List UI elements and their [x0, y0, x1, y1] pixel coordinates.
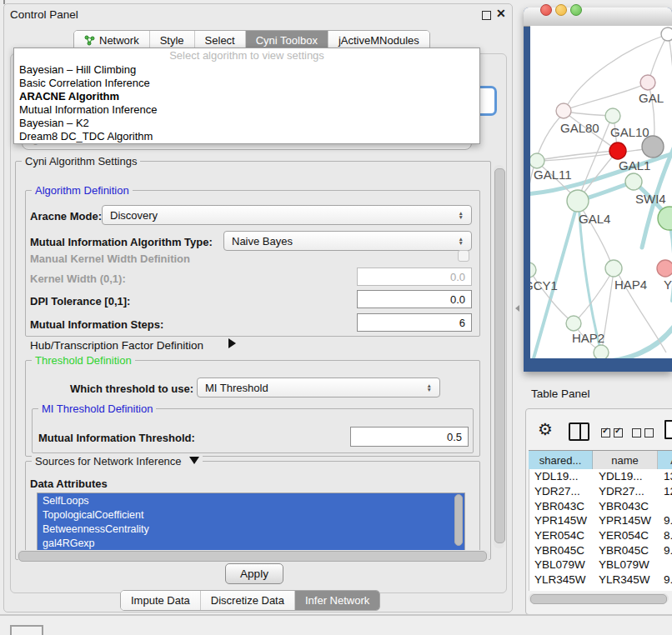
aracne-mode-value: Discovery — [110, 209, 158, 222]
split-view-icon[interactable] — [569, 422, 589, 441]
settings-scrollbar-thumb[interactable] — [494, 168, 505, 543]
table-row[interactable]: YPR145WYPR145W9. — [529, 513, 672, 528]
table-cell: YLR345W — [529, 572, 594, 588]
table-header-row: shared...nameA — [529, 450, 672, 471]
settings-hscrollbar-thumb[interactable] — [18, 551, 487, 562]
manual-kernel-label: Manual Kernel Width Definition — [30, 252, 190, 265]
node-gal11[interactable] — [530, 153, 544, 168]
node-gcy1[interactable] — [530, 262, 536, 278]
table-hscrollbar-thumb[interactable] — [530, 594, 667, 604]
mi-steps-field[interactable]: 6 — [357, 313, 472, 332]
close-traffic-light-icon[interactable] — [540, 4, 552, 16]
node-gal80[interactable] — [556, 103, 571, 118]
apply-button[interactable]: Apply — [225, 563, 283, 584]
table-cell: YBR045C — [594, 542, 659, 558]
table-cell: YDR27... — [529, 484, 594, 499]
tab-discretize-data[interactable]: Discretize Data — [200, 591, 294, 610]
attribute-item-betweennesscentrality[interactable]: BetweennessCentrality — [38, 522, 464, 536]
table-row[interactable]: YBL079WYBL079W — [529, 558, 672, 572]
file-icon[interactable] — [664, 420, 672, 439]
gear-icon[interactable]: ⚙ — [538, 419, 553, 439]
cyni-bottom-tabbar: Impute DataDiscretize DataInfer Network — [120, 590, 380, 611]
tab-label: Discretize Data — [211, 594, 284, 607]
splitpane-collapse-icon[interactable] — [515, 305, 519, 312]
table-cell: YBR043C — [529, 498, 594, 513]
table-row[interactable]: YBR045CYBR045C9. — [529, 542, 672, 558]
node-hap2[interactable] — [566, 316, 581, 331]
algorithm-definition-title: Algorithm Definition — [32, 184, 133, 197]
table-cell: 12 — [659, 484, 672, 499]
algorithm-option-bayesian-hill-climbing[interactable]: Bayesian – Hill Climbing — [14, 62, 479, 76]
table-cell: YBR043C — [594, 498, 659, 513]
column-header-shared[interactable]: shared... — [529, 451, 593, 470]
node-gal4[interactable] — [567, 190, 589, 212]
table-cell: 9. — [659, 513, 672, 528]
hide-columns-icon[interactable] — [632, 426, 657, 441]
network-canvas[interactable]: GALGAL80GAL10GAL1GAL11SWI4GAL4GCY1HAP4YH… — [530, 26, 672, 358]
table-cell: YDR27... — [594, 484, 659, 499]
table-row[interactable]: YDL19...YDL19...13 — [529, 469, 672, 484]
mi-type-combo[interactable]: Naive Bayes ▲▼ — [223, 231, 472, 251]
node-gal10[interactable] — [605, 108, 620, 123]
node-y[interactable] — [657, 260, 672, 277]
attribute-item-gal4rgexp[interactable]: gal4RGexp — [38, 536, 464, 550]
mi-threshold-field[interactable]: 0.5 — [350, 427, 469, 447]
show-columns-icon[interactable] — [601, 426, 626, 441]
zoom-traffic-light-icon[interactable] — [570, 4, 582, 16]
node-unlabeled[interactable] — [594, 345, 609, 358]
data-attributes-list: SelfLoopsTopologicalCoefficientBetweenne… — [37, 492, 465, 551]
sources-group-title[interactable]: Sources for Network Inference — [32, 455, 203, 468]
node-swi4[interactable] — [625, 173, 642, 190]
combo-spinner-icon: ▲▼ — [454, 211, 464, 219]
which-threshold-combo[interactable]: MI Threshold ▲▼ — [197, 378, 440, 398]
tab-impute-data[interactable]: Impute Data — [121, 591, 200, 610]
tab-label: Select — [205, 34, 235, 47]
table-cell: YPR145W — [529, 513, 594, 528]
tab-infer-network[interactable]: Infer Network — [294, 591, 379, 610]
minimize-traffic-light-icon[interactable] — [555, 4, 567, 16]
hub-definition-label[interactable]: Hub/Transcription Factor Definition — [30, 339, 203, 352]
close-icon[interactable]: ✕ — [496, 7, 506, 20]
table-cell: YDL19... — [529, 469, 594, 484]
table-row[interactable]: YIL052CYIL052C9 — [529, 588, 672, 592]
expand-right-icon[interactable] — [228, 338, 236, 348]
table-row[interactable]: YBR043CYBR043C — [529, 498, 672, 513]
attribute-list-scrollbar-thumb[interactable] — [454, 494, 463, 546]
table-cell: 9. — [659, 542, 672, 558]
table-cell: YBL079W — [529, 558, 594, 572]
table-panel-title: Table Panel — [531, 388, 590, 400]
float-window-icon[interactable] — [482, 11, 491, 20]
algorithm-option-mutual-information-inference[interactable]: Mutual Information Inference — [14, 102, 479, 116]
attribute-item-topologicalcoefficient[interactable]: TopologicalCoefficient — [38, 508, 464, 522]
algorithm-option-dream8-dc-tdc-algorithm[interactable]: Dream8 DC_TDC Algorithm — [14, 129, 479, 142]
table-row[interactable]: YDR27...YDR27...12 — [529, 484, 672, 499]
algorithm-option-bayesian-k2[interactable]: Bayesian – K2 — [14, 116, 479, 129]
node-unlabeled[interactable] — [661, 28, 672, 41]
tab-label: Network — [99, 34, 139, 47]
bottom-strip — [0, 616, 672, 635]
dpi-tolerance-field[interactable]: 0.0 — [357, 290, 472, 308]
data-attributes-label: Data Attributes — [30, 478, 108, 490]
aracne-mode-combo[interactable]: Discovery ▲▼ — [102, 205, 472, 225]
table-row[interactable]: YER054CYER054C8. — [529, 528, 672, 543]
node-hap4[interactable] — [605, 260, 622, 277]
bottom-left-widget[interactable] — [10, 625, 43, 635]
network-icon — [84, 35, 95, 46]
column-header-name[interactable]: name — [593, 451, 658, 470]
algorithm-option-basic-correlation-inference[interactable]: Basic Correlation Inference — [14, 76, 479, 89]
dpi-tolerance-label: DPI Tolerance [0,1]: — [30, 295, 130, 308]
attribute-item-selfloops[interactable]: SelfLoops — [38, 493, 464, 508]
node-label: GAL80 — [560, 121, 599, 135]
which-threshold-value: MI Threshold — [205, 382, 268, 394]
node-label: GAL10 — [610, 125, 649, 139]
mi-steps-label: Mutual Information Steps: — [30, 318, 163, 331]
node-gal[interactable] — [640, 75, 655, 90]
collapse-down-icon[interactable] — [189, 457, 199, 464]
mi-threshold-group-title: MI Threshold Definition — [38, 402, 156, 415]
column-header-a[interactable]: A — [658, 451, 672, 470]
table-row[interactable]: YLR345WYLR345W9. — [529, 572, 672, 588]
tab-label: Impute Data — [131, 594, 190, 607]
node-gal1[interactable] — [609, 142, 626, 159]
algorithm-option-aracne-algorithm[interactable]: ARACNE Algorithm — [14, 89, 479, 102]
cyni-algorithm-settings-title: Cyni Algorithm Settings — [22, 155, 140, 168]
